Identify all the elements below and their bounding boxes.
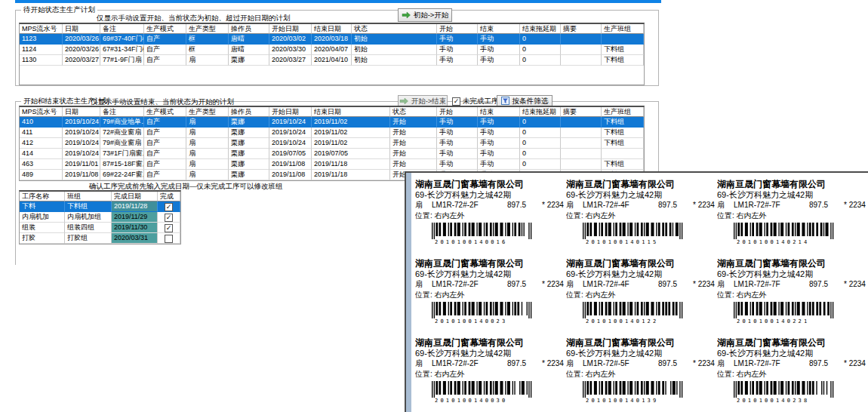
cell[interactable]: 开始 (390, 149, 437, 159)
cell[interactable]: 1130 (20, 55, 63, 66)
column-header[interactable]: 操作员 (229, 107, 269, 117)
cell[interactable]: 2019/11/02 (312, 138, 390, 149)
cell[interactable]: 栗娜 (229, 117, 269, 128)
table-row[interactable]: 11302020/03/2777#1-9F门扇自产扇栗娜2020/03/2720… (20, 55, 644, 66)
process-completion-table[interactable]: 工序名称班组完成日期完成下料下料组2019/11/28✓内扇机加内扇机加组201… (19, 190, 181, 244)
cell[interactable]: 69#37-40F门框 (100, 34, 144, 45)
cell[interactable]: 内扇机加组 (65, 212, 112, 223)
cell[interactable]: 组装 (20, 223, 65, 233)
cell[interactable]: 栗娜 (229, 159, 269, 170)
cell[interactable]: 扇 (186, 117, 229, 128)
cell[interactable]: 初始 (352, 55, 437, 66)
cell[interactable]: 下料组 (602, 138, 644, 149)
cell[interactable]: 自产 (144, 128, 186, 138)
cell[interactable]: 2019/07/05 (269, 149, 312, 159)
cell[interactable]: 开始 (390, 138, 437, 149)
cell[interactable]: 2020/03/18 (312, 34, 352, 45)
cell[interactable]: 0 (520, 55, 561, 66)
cell[interactable]: 410 (20, 117, 63, 128)
cell[interactable]: 手动 (437, 55, 478, 66)
cell[interactable]: 2019/10/24 (63, 138, 100, 149)
cell[interactable]: 开始 (390, 128, 437, 138)
column-header[interactable]: 完成 (158, 192, 180, 201)
cell[interactable]: 2020/03/27 (63, 55, 100, 66)
cell[interactable]: 自产 (144, 170, 186, 180)
cell[interactable]: 手动 (478, 159, 520, 170)
table-row[interactable]: 内扇机加内扇机加组2019/11/29✓ (20, 212, 180, 223)
cell[interactable]: 唐晴 (229, 34, 269, 45)
cell[interactable]: 2019/11/30 (112, 223, 158, 233)
cell[interactable]: 栗娜 (229, 128, 269, 138)
cell[interactable] (561, 149, 602, 159)
table-row[interactable]: 4112019/10/2472#商业窗扇自产扇栗娜2019/10/242019/… (20, 128, 644, 138)
column-header[interactable]: 结束日期 (312, 107, 390, 117)
cell[interactable]: 唐晴 (229, 45, 269, 55)
cell[interactable]: 开始 (390, 159, 437, 170)
cell[interactable]: 手动 (437, 117, 478, 128)
cell[interactable] (561, 55, 602, 66)
column-header[interactable]: 开始 (437, 107, 478, 117)
column-header[interactable]: 结束 (478, 107, 520, 117)
cell[interactable]: 77#1-9F门扇 (100, 55, 144, 66)
cell[interactable]: ✓ (158, 223, 180, 233)
cell[interactable]: 手动 (437, 128, 478, 138)
cell[interactable]: 0 (520, 138, 561, 149)
column-header[interactable]: 结束 (478, 24, 520, 34)
column-header[interactable]: MPS流水号 (20, 107, 63, 117)
cell[interactable]: 73#1F门扇窗扇 (100, 149, 144, 159)
cell[interactable]: 2019/11/01 (63, 159, 100, 170)
cell[interactable]: 2020/03/31 (112, 233, 158, 244)
cell[interactable]: 手动 (478, 45, 520, 55)
cell[interactable]: 自产 (144, 34, 186, 45)
cell[interactable]: 1124 (20, 45, 63, 55)
cell[interactable]: 组装四组 (65, 223, 112, 233)
cell[interactable]: 2019/11/02 (312, 128, 390, 138)
cell[interactable]: 414 (20, 149, 63, 159)
cell[interactable]: 手动 (437, 45, 478, 55)
checked-checkbox[interactable]: ✓ (165, 203, 173, 211)
cell[interactable] (561, 138, 602, 149)
column-header[interactable]: 结束拖延期 (520, 107, 561, 117)
cell[interactable]: 87#15-18F窗扇 (100, 159, 144, 170)
cell[interactable] (602, 34, 644, 45)
cell[interactable]: 2020/03/27 (269, 55, 312, 66)
cell[interactable]: 79#商业地单… (100, 117, 144, 128)
checked-checkbox[interactable]: ✓ (165, 224, 173, 232)
cell[interactable]: 2019/11/18 (312, 170, 390, 180)
column-header[interactable]: 备注 (100, 24, 144, 34)
cell[interactable]: 自产 (144, 45, 186, 55)
cell[interactable] (561, 128, 602, 138)
cell[interactable]: 手动 (478, 138, 520, 149)
table-row[interactable]: 4632019/11/0187#15-18F窗扇自产扇栗娜2019/11/082… (20, 159, 644, 170)
table-row[interactable]: 11242020/03/2667#31-34F门框自产框唐晴2020/03/30… (20, 45, 644, 55)
column-header[interactable]: 结束拖延期 (520, 24, 561, 34)
table-row[interactable]: 11232020/03/2669#37-40F门框自产框唐晴2020/03/02… (20, 34, 644, 45)
cell[interactable]: 下料组 (602, 117, 644, 128)
cell[interactable]: 打胶组 (65, 233, 112, 244)
cell[interactable]: 下料 (20, 201, 65, 212)
cell[interactable]: 扇 (186, 128, 229, 138)
column-header[interactable]: 备注 (100, 107, 144, 117)
cell[interactable]: 下料组 (602, 45, 644, 55)
cell[interactable]: 手动 (478, 55, 520, 66)
cell[interactable]: 0 (520, 149, 561, 159)
column-header[interactable]: 生产模式 (144, 107, 186, 117)
cell[interactable]: 2020/03/30 (269, 45, 312, 55)
cell[interactable]: 下料组 (602, 159, 644, 170)
cell[interactable]: 扇 (186, 55, 229, 66)
cell[interactable]: 下料组 (602, 55, 644, 66)
cell[interactable]: 下料组 (602, 128, 644, 138)
cell[interactable]: 69#22-24F窗扇 (100, 170, 144, 180)
cell[interactable]: 2019/10/24 (63, 149, 100, 159)
column-header[interactable]: 结束日期 (312, 24, 352, 34)
cell[interactable]: 初始 (352, 34, 437, 45)
table-row[interactable]: 4122019/10/2479#商业窗扇自产扇栗娜2019/10/242019/… (20, 138, 644, 149)
cell[interactable]: 自产 (144, 117, 186, 128)
cell[interactable]: 扇 (186, 170, 229, 180)
cell[interactable]: 栗娜 (229, 138, 269, 149)
cell[interactable]: 手动 (437, 34, 478, 45)
cell[interactable]: 栗娜 (229, 55, 269, 66)
checked-checkbox[interactable]: ✓ (165, 214, 173, 222)
cell[interactable]: 2019/10/24 (269, 128, 312, 138)
cell[interactable]: 栗娜 (229, 170, 269, 180)
